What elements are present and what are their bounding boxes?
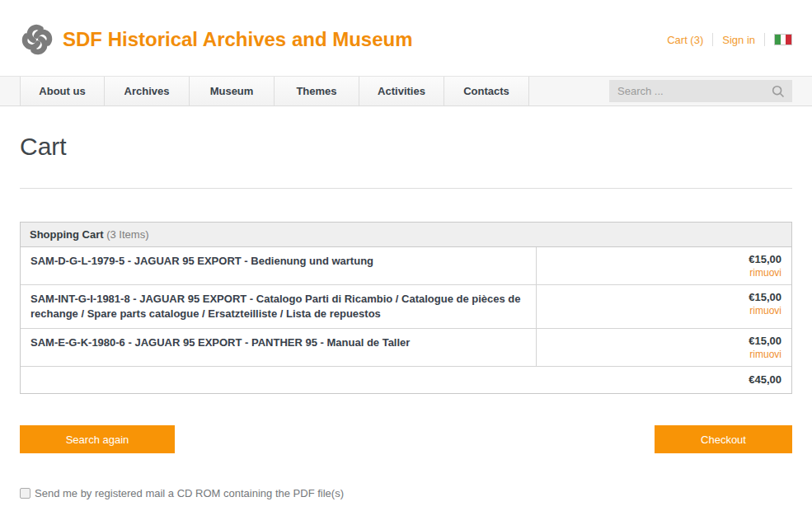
cart-link[interactable]: Cart (3) xyxy=(667,34,703,46)
nav-item-about-us[interactable]: About us xyxy=(20,77,105,105)
header-link-separator xyxy=(764,33,765,46)
header-link-separator xyxy=(712,33,713,46)
remove-item-link[interactable]: rimuovi xyxy=(749,267,781,279)
search-box xyxy=(609,80,792,102)
cart-item-row: SAM-D-G-L-1979-5 - JAGUAR 95 EXPORT - Be… xyxy=(21,247,791,285)
nav-item-archives[interactable]: Archives xyxy=(105,77,190,105)
cd-rom-checkbox[interactable] xyxy=(20,488,31,499)
cd-rom-label[interactable]: Send me by registered mail a CD ROM cont… xyxy=(35,487,344,499)
search-again-button[interactable]: Search again xyxy=(20,425,175,453)
checkout-button[interactable]: Checkout xyxy=(655,425,792,453)
sign-in-link[interactable]: Sign in xyxy=(722,34,755,46)
cart-actions: Search again Checkout xyxy=(20,425,792,453)
nav-item-themes[interactable]: Themes xyxy=(275,77,359,105)
cart-item-row: SAM-INT-G-I-1981-8 - JAGUAR 95 EXPORT - … xyxy=(21,285,791,329)
search-input[interactable] xyxy=(617,85,771,97)
remove-item-link[interactable]: rimuovi xyxy=(749,349,781,360)
item-price-cell: €15,00 rimuovi xyxy=(536,247,791,284)
home-link[interactable]: SDF Historical Archives and Museum xyxy=(20,22,413,57)
shopping-cart-table: Shopping Cart (3 Items) SAM-D-G-L-1979-5… xyxy=(20,222,792,394)
nav-item-activities[interactable]: Activities xyxy=(359,77,444,105)
cart-table-header: Shopping Cart (3 Items) xyxy=(21,223,791,247)
cart-item-row: SAM-E-G-K-1980-6 - JAGUAR 95 EXPORT - PA… xyxy=(21,329,791,367)
site-title: SDF Historical Archives and Museum xyxy=(63,28,413,51)
site-header: SDF Historical Archives and Museum Cart … xyxy=(0,0,812,76)
header-links: Cart (3) Sign in xyxy=(667,33,792,46)
cart-total-row: €45,00 xyxy=(21,367,791,393)
title-divider xyxy=(20,188,792,189)
italian-flag-icon[interactable] xyxy=(774,34,792,45)
main-nav: About us Archives Museum Themes Activiti… xyxy=(0,76,812,106)
item-price-cell: €15,00 rimuovi xyxy=(536,329,791,366)
item-price: €15,00 xyxy=(547,253,781,265)
sdf-knot-logo-icon xyxy=(20,22,54,57)
item-price: €15,00 xyxy=(547,291,781,303)
item-description: SAM-D-G-L-1979-5 - JAGUAR 95 EXPORT - Be… xyxy=(21,247,536,284)
item-price: €15,00 xyxy=(547,335,781,347)
search-icon[interactable] xyxy=(771,84,786,99)
item-description: SAM-E-G-K-1980-6 - JAGUAR 95 EXPORT - PA… xyxy=(21,329,536,366)
page-title: Cart xyxy=(20,131,792,162)
nav-item-museum[interactable]: Museum xyxy=(190,77,275,105)
item-price-cell: €15,00 rimuovi xyxy=(536,285,791,328)
item-description: SAM-INT-G-I-1981-8 - JAGUAR 95 EXPORT - … xyxy=(21,285,536,328)
cart-total: €45,00 xyxy=(749,373,781,386)
nav-item-contacts[interactable]: Contacts xyxy=(444,77,529,105)
remove-item-link[interactable]: rimuovi xyxy=(749,305,781,316)
cd-rom-option: Send me by registered mail a CD ROM cont… xyxy=(20,487,792,499)
cart-header-count: (3 Items) xyxy=(106,228,148,241)
cart-header-title: Shopping Cart xyxy=(30,228,104,241)
